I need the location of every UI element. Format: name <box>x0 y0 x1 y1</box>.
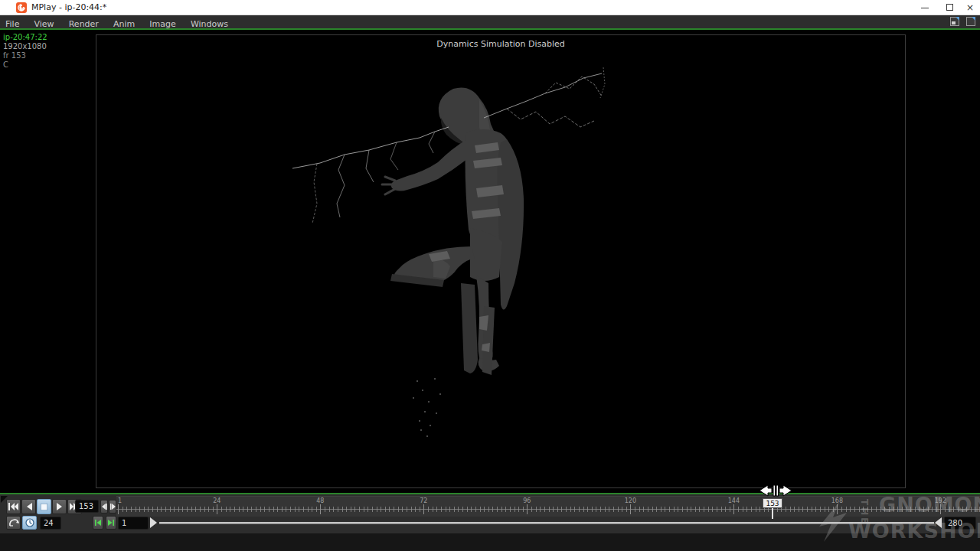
stop-icon <box>41 504 47 510</box>
range-last-icon <box>108 520 114 526</box>
sequence-name: ip-20:47:22 <box>3 33 47 42</box>
clock-icon <box>25 518 34 527</box>
step-forward-button[interactable] <box>109 500 116 514</box>
range-last-button[interactable] <box>106 516 116 530</box>
current-frame-marker-label: 153 <box>763 498 782 508</box>
current-frame-marker-stem <box>772 508 773 519</box>
step-back-icon <box>102 504 107 510</box>
play-reverse-icon <box>25 503 33 510</box>
step-forward-icon <box>110 504 116 510</box>
timeline-ruler[interactable]: 124487296120144168192 <box>116 496 980 517</box>
range-slider-right-handle[interactable] <box>935 517 942 528</box>
close-icon: × <box>966 2 974 13</box>
sequence-info: ip-20:47:22 1920x1080 fr 153 C <box>3 33 47 70</box>
houdini-logo-icon <box>16 2 27 13</box>
range-slider-track[interactable] <box>159 522 934 524</box>
current-frame-field[interactable] <box>75 500 99 513</box>
dynamics-message: Dynamics Simulation Disabled <box>96 39 906 49</box>
fps-field[interactable] <box>40 517 61 530</box>
window-title: MPlay - ip-20:44:* <box>31 2 106 12</box>
minimize-button[interactable] <box>913 0 936 15</box>
close-button[interactable]: × <box>959 0 980 15</box>
no-realtime-button[interactable] <box>6 516 21 530</box>
image-viewport[interactable]: Dynamics Simulation Disabled ip-20:47:22… <box>0 30 980 493</box>
menubar: File View Render Anim Image Windows <box>0 15 980 28</box>
range-first-button[interactable] <box>93 516 103 530</box>
range-start-field[interactable] <box>118 517 149 530</box>
jump-start-button[interactable] <box>6 499 21 514</box>
window-titlebar[interactable]: MPlay - ip-20:44:* × <box>0 0 980 15</box>
playbar: 124487296120144168192 153 <box>0 494 980 533</box>
save-sequence-icon[interactable] <box>950 17 959 26</box>
range-first-icon <box>95 520 101 526</box>
rendered-character <box>283 54 612 444</box>
range-slider-left-handle[interactable] <box>150 517 157 528</box>
frame-label: fr 153 <box>3 51 47 60</box>
play-forward-icon <box>56 503 64 510</box>
resolution-label: 1920x1080 <box>3 42 47 51</box>
jump-start-icon <box>8 503 18 510</box>
new-view-icon[interactable] <box>966 17 975 26</box>
realtime-button[interactable] <box>22 516 37 530</box>
range-end-field[interactable] <box>944 517 976 530</box>
play-reverse-button[interactable] <box>21 499 36 514</box>
curved-arrow-icon <box>8 518 19 527</box>
maximize-icon <box>946 4 953 11</box>
bottom-strip <box>0 533 980 551</box>
play-forward-button[interactable] <box>52 499 67 514</box>
stop-button[interactable] <box>37 499 51 514</box>
minimize-icon <box>921 8 929 8</box>
plane-label: C <box>3 60 47 70</box>
resize-cursor <box>758 482 793 499</box>
step-back-button[interactable] <box>100 500 108 514</box>
